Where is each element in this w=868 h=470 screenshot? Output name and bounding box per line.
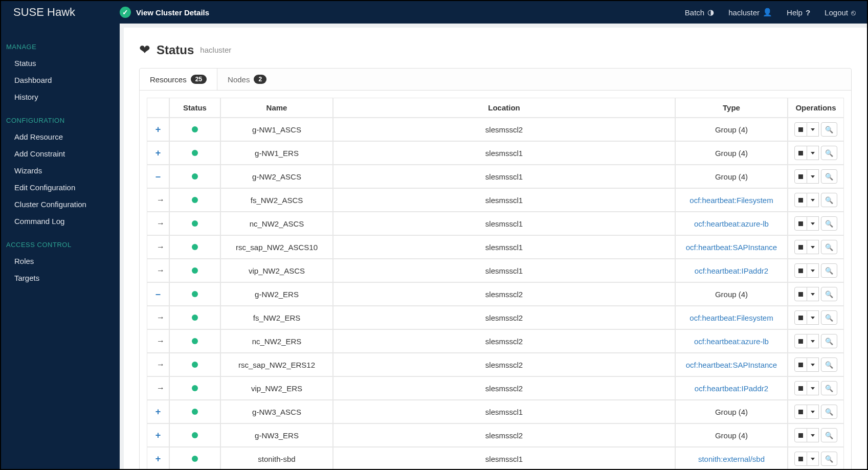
actions-dropdown[interactable]: [807, 263, 819, 278]
actions-dropdown[interactable]: [807, 193, 819, 207]
expand-icon[interactable]: +: [147, 400, 169, 423]
name-cell: fs_NW2_ERS: [220, 306, 333, 329]
details-button[interactable]: 🔍: [821, 146, 837, 160]
details-button[interactable]: 🔍: [821, 428, 837, 442]
actions-dropdown[interactable]: [807, 169, 819, 184]
arrow-right-icon[interactable]: →: [147, 329, 169, 353]
actions-dropdown[interactable]: [807, 381, 819, 395]
stop-button[interactable]: [794, 428, 807, 442]
type-cell[interactable]: ocf:heartbeat:Filesystem: [675, 306, 788, 329]
arrow-right-icon[interactable]: →: [147, 376, 169, 400]
stop-button[interactable]: [794, 381, 807, 395]
actions-dropdown[interactable]: [807, 287, 819, 301]
status-cell: [169, 118, 220, 141]
type-cell[interactable]: ocf:heartbeat:IPaddr2: [675, 259, 788, 282]
stop-icon: [798, 245, 803, 250]
actions-dropdown[interactable]: [807, 122, 819, 137]
type-cell[interactable]: stonith:external/sbd: [675, 447, 788, 469]
sidebar: MANAGEStatusDashboardHistoryCONFIGURATIO…: [1, 24, 120, 469]
page-subtitle: hacluster: [200, 46, 231, 54]
expand-icon[interactable]: +: [147, 141, 169, 165]
stop-button[interactable]: [794, 310, 807, 325]
details-button[interactable]: 🔍: [821, 452, 837, 466]
type-cell[interactable]: ocf:heartbeat:azure-lb: [675, 212, 788, 235]
stop-button[interactable]: [794, 146, 807, 160]
arrow-right-icon[interactable]: →: [147, 212, 169, 235]
actions-dropdown[interactable]: [807, 146, 819, 160]
view-cluster-link[interactable]: ✓ View Cluster Details: [120, 7, 209, 18]
stop-button[interactable]: [794, 287, 807, 301]
user-link[interactable]: hacluster 👤: [728, 8, 772, 17]
actions-dropdown[interactable]: [807, 216, 819, 231]
actions-dropdown[interactable]: [807, 310, 819, 325]
stop-button[interactable]: [794, 216, 807, 231]
details-button[interactable]: 🔍: [821, 240, 837, 254]
actions-dropdown[interactable]: [807, 240, 819, 254]
table-row: →fs_NW2_ASCSslesmsscl1ocf:heartbeat:File…: [147, 188, 844, 212]
stop-button[interactable]: [794, 193, 807, 207]
stop-button[interactable]: [794, 263, 807, 278]
details-button[interactable]: 🔍: [821, 357, 837, 372]
type-cell[interactable]: ocf:heartbeat:IPaddr2: [675, 376, 788, 400]
collapse-icon[interactable]: –: [147, 165, 169, 188]
stop-button[interactable]: [794, 122, 807, 137]
details-button[interactable]: 🔍: [821, 334, 837, 348]
caret-down-icon: [811, 175, 815, 178]
search-icon: 🔍: [825, 243, 833, 251]
nav-item-edit-configuration[interactable]: Edit Configuration: [1, 179, 120, 196]
details-button[interactable]: 🔍: [821, 122, 837, 137]
details-button[interactable]: 🔍: [821, 287, 837, 301]
arrow-right-icon[interactable]: →: [147, 188, 169, 212]
stop-button[interactable]: [794, 240, 807, 254]
expand-icon[interactable]: +: [147, 118, 169, 141]
stop-button[interactable]: [794, 452, 807, 466]
type-cell[interactable]: ocf:heartbeat:azure-lb: [675, 329, 788, 353]
type-cell[interactable]: ocf:heartbeat:SAPInstance: [675, 353, 788, 376]
details-button[interactable]: 🔍: [821, 263, 837, 278]
arrow-right-icon[interactable]: →: [147, 306, 169, 329]
details-button[interactable]: 🔍: [821, 193, 837, 207]
stop-icon: [798, 363, 803, 367]
tab-resources[interactable]: Resources 25: [140, 69, 217, 90]
name-cell: fs_NW2_ASCS: [220, 188, 333, 212]
type-cell[interactable]: ocf:heartbeat:Filesystem: [675, 188, 788, 212]
expand-icon[interactable]: +: [147, 447, 169, 469]
logout-link[interactable]: Logout ⎋: [825, 8, 856, 17]
nav-item-roles[interactable]: Roles: [1, 253, 120, 270]
details-button[interactable]: 🔍: [821, 381, 837, 395]
nav-item-add-constraint[interactable]: Add Constraint: [1, 145, 120, 162]
status-cell: [169, 447, 220, 469]
nav-item-wizards[interactable]: Wizards: [1, 162, 120, 179]
arrow-right-icon[interactable]: →: [147, 353, 169, 376]
expand-icon[interactable]: +: [147, 423, 169, 447]
collapse-icon[interactable]: –: [147, 282, 169, 306]
stop-button[interactable]: [794, 357, 807, 372]
actions-dropdown[interactable]: [807, 452, 819, 466]
details-button[interactable]: 🔍: [821, 169, 837, 184]
nav-item-add-resource[interactable]: Add Resource: [1, 128, 120, 145]
stop-button[interactable]: [794, 334, 807, 348]
name-cell: g-NW2_ERS: [220, 282, 333, 306]
stop-button[interactable]: [794, 405, 807, 419]
actions-dropdown[interactable]: [807, 405, 819, 419]
actions-dropdown[interactable]: [807, 428, 819, 442]
details-button[interactable]: 🔍: [821, 216, 837, 231]
type-cell[interactable]: ocf:heartbeat:SAPInstance: [675, 235, 788, 259]
nav-item-status[interactable]: Status: [1, 55, 120, 72]
tab-nodes[interactable]: Nodes 2: [217, 69, 277, 90]
nav-item-targets[interactable]: Targets: [1, 270, 120, 286]
arrow-right-icon[interactable]: →: [147, 259, 169, 282]
nav-item-dashboard[interactable]: Dashboard: [1, 72, 120, 88]
arrow-right-icon[interactable]: →: [147, 235, 169, 259]
actions-dropdown[interactable]: [807, 334, 819, 348]
stop-button[interactable]: [794, 169, 807, 184]
actions-dropdown[interactable]: [807, 357, 819, 372]
nav-item-history[interactable]: History: [1, 88, 120, 105]
details-button[interactable]: 🔍: [821, 405, 837, 419]
caret-down-icon: [811, 152, 815, 154]
batch-link[interactable]: Batch ◑: [685, 8, 714, 17]
nav-item-cluster-configuration[interactable]: Cluster Configuration: [1, 196, 120, 213]
details-button[interactable]: 🔍: [821, 310, 837, 325]
nav-item-command-log[interactable]: Command Log: [1, 213, 120, 230]
help-link[interactable]: Help ?: [787, 8, 810, 17]
